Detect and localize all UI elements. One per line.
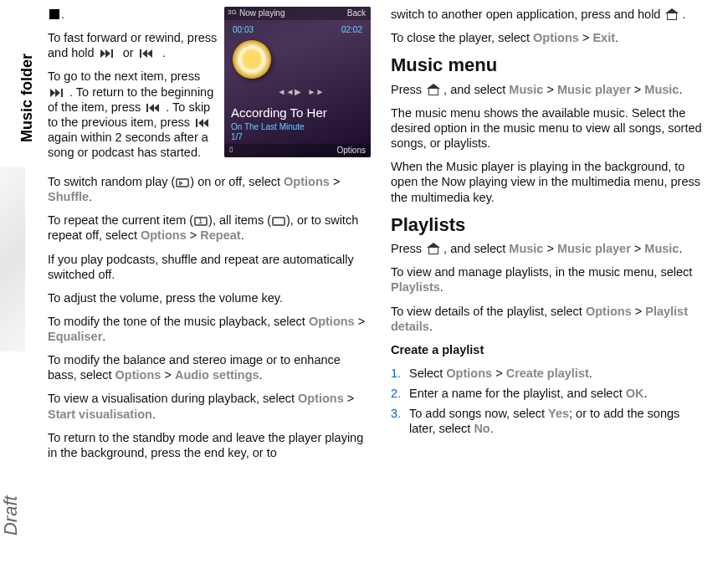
svg-rect-3 [146, 104, 148, 112]
song-title: According To Her [231, 105, 364, 121]
audio-settings-instruction: To modify the balance and stereo image o… [48, 352, 371, 382]
visualisation-instruction: To view a visualisation during playback,… [48, 391, 371, 421]
list-item: 1. Select Options > Create playlist. [391, 366, 705, 381]
play-icon: ▶ [293, 87, 303, 97]
step-number: 1. [391, 366, 401, 381]
album-art [233, 40, 271, 79]
close-player-instruction: To close the player, select Options > Ex… [391, 30, 705, 45]
next-icon: ►► [308, 87, 318, 97]
repeat-all-icon [272, 217, 285, 226]
elapsed-time: 00:03 [233, 25, 254, 36]
track-number: 1/7 [231, 132, 364, 143]
prev-track-icon-2 [195, 118, 213, 128]
left-column: 3G Now playing Back 00:03 02:02 ◄◄ ▶ ►► … [38, 0, 381, 564]
svg-rect-1 [140, 49, 141, 58]
home-key-icon [665, 8, 677, 20]
transport-controls: ◄◄ ▶ ►► [224, 87, 371, 97]
rewind-icon [139, 49, 157, 59]
sidebar-section-tab: Music folder [18, 54, 36, 142]
phone-screenshot: 3G Now playing Back 00:03 02:02 ◄◄ ▶ ►► … [224, 7, 371, 157]
prev-icon: ◄◄ [278, 87, 288, 97]
create-playlist-steps: 1. Select Options > Create playlist. 2. … [391, 366, 705, 437]
svg-rect-4 [196, 119, 197, 127]
standby-instruction: To return to the standby mode and leave … [48, 430, 371, 460]
prev-track-icon [146, 103, 164, 113]
create-playlist-subheading: Create a playlist [391, 342, 705, 357]
switch-app-instruction: switch to another open application, pres… [391, 7, 705, 22]
playlists-heading: Playlists [391, 213, 705, 237]
repeat-instruction: To repeat the current item (), all items… [48, 213, 371, 243]
total-time: 02:02 [341, 25, 362, 36]
step-number: 2. [391, 386, 401, 401]
playlists-nav: Press , and select Music > Music player … [391, 241, 705, 256]
podcast-note: If you play podcasts, shuffle and repeat… [48, 252, 371, 282]
view-playlists-instruction: To view and manage playlists, in the mus… [391, 264, 705, 295]
shuffle-icon [176, 178, 189, 187]
stop-icon [49, 9, 59, 19]
draft-watermark: Draft [0, 495, 22, 536]
right-column: switch to another open application, pres… [381, 0, 715, 564]
list-item: 2. Enter a name for the playlist, and se… [391, 386, 705, 401]
battery-indicator: ▯ [229, 146, 233, 154]
now-playing-label: Now playing [239, 8, 285, 19]
page-content: 3G Now playing Back 00:03 02:02 ◄◄ ▶ ►► … [38, 0, 728, 564]
svg-rect-2 [61, 89, 63, 97]
home-key-icon-3 [427, 243, 438, 254]
shuffle-instruction: To switch random play () on or off, sele… [48, 174, 371, 204]
options-softkey: Options [337, 146, 366, 156]
album-title: On The Last Minute [231, 122, 364, 133]
equaliser-instruction: To modify the tone of the music playback… [48, 314, 371, 344]
next-track-icon [49, 88, 68, 98]
list-item: 3. To add songs now, select Yes; or to a… [391, 406, 705, 436]
music-menu-heading: Music menu [391, 54, 705, 77]
playlist-details-instruction: To view details of the playlist, select … [391, 304, 705, 334]
music-menu-desc: The music menu shows the available music… [391, 105, 705, 151]
volume-instruction: To adjust the volume, press the volume k… [48, 290, 371, 305]
repeat-one-icon [194, 217, 208, 226]
fast-forward-icon [100, 49, 118, 59]
background-playing-note: When the Music player is playing in the … [391, 159, 705, 204]
svg-rect-0 [111, 49, 113, 58]
back-softkey: Back [347, 8, 366, 19]
step-number: 3. [391, 406, 401, 421]
music-menu-nav: Press , and select Music > Music player … [391, 82, 705, 97]
signal-indicator: 3G [228, 8, 237, 17]
home-key-icon-2 [427, 84, 438, 95]
